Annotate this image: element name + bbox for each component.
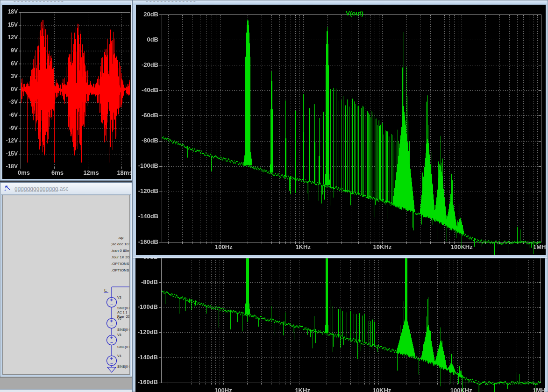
trace-legend-vout[interactable]: V(out) (165, 10, 544, 17)
component-value[interactable]: SINE(0 0.4 (117, 345, 130, 349)
ground-symbol[interactable] (107, 367, 116, 372)
fft-main-window[interactable]: gggggggggggggg V(out) (132, 0, 548, 258)
polarity-marks (110, 320, 113, 326)
schematic-window-title: gggggggggggggg.asc (14, 185, 68, 192)
waveform-icon (136, 1, 142, 2)
polarity-marks (110, 299, 113, 305)
circuit-drawing[interactable]: E V3 SINE(0 0.2 AC 1 1 Rser=20 V6 SINE(0… (3, 195, 130, 375)
component-value[interactable]: SINE(0 0.2 (117, 328, 130, 332)
fft-secondary-window[interactable] (132, 257, 548, 392)
polarity-marks (110, 336, 113, 343)
schematic-window[interactable]: gggggggggggggg.asc ;op ;ac dec 101 0 .tr… (0, 182, 132, 377)
component-name[interactable]: V5 (117, 333, 121, 336)
schematic-icon (4, 184, 11, 193)
waveform-window[interactable]: gggggggggggggg (0, 0, 132, 181)
polarity-marks (110, 357, 113, 363)
component-value[interactable]: AC 1 1 (117, 311, 128, 314)
fft-secondary-plot[interactable] (135, 257, 545, 392)
fft-main-plot[interactable] (136, 5, 546, 255)
component-value[interactable]: SINE(0 0.2 (117, 306, 130, 310)
window-edge-strip (0, 389, 132, 392)
time-domain-plot[interactable] (2, 5, 131, 179)
waveform-window-title: gggggggggggggg (13, 1, 64, 1)
net-label[interactable]: E (104, 288, 107, 292)
component-name[interactable]: V6 (117, 317, 121, 320)
component-name[interactable]: V3 (117, 296, 121, 299)
ltspice-desktop: gggggggggggggg gggggggggggggg V(out) (0, 0, 548, 392)
component-name[interactable]: V4 (117, 354, 121, 357)
fft-main-window-title: gggggggggggggg (145, 1, 197, 1)
schematic-canvas[interactable]: ;op ;ac dec 101 0 .tran 0 80ms .four 1K … (2, 195, 130, 375)
waveform-window-titlebar[interactable]: gggggggggggggg (1, 1, 131, 5)
waveform-icon (4, 1, 10, 2)
component-value[interactable]: SINE(0 0.8 (117, 365, 130, 369)
mdi-background (0, 377, 132, 390)
schematic-window-titlebar[interactable]: gggggggggggggg.asc (1, 183, 131, 195)
